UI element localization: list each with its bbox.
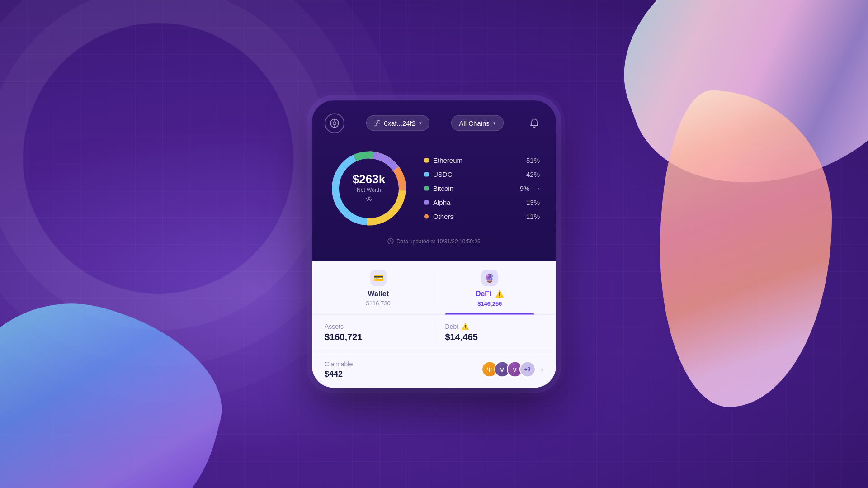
usdc-dot — [424, 172, 429, 176]
claimable-label: Claimable — [325, 360, 353, 367]
ethereum-dot — [424, 158, 429, 162]
wallet-tab-label: Wallet — [368, 289, 389, 298]
claimable-arrow-icon: › — [541, 365, 543, 374]
debt-label-row: Debt ⚠️ — [445, 323, 544, 330]
alpha-label: Alpha — [433, 199, 522, 206]
notifications-button[interactable] — [525, 114, 543, 132]
clock-icon — [387, 238, 394, 244]
tabs-bar: 💳 Wallet $116,730 🔮 DeFi ⚠️ $146,256 — [312, 261, 556, 314]
legend-item-bitcoin[interactable]: Bitcoin 9% › — [424, 181, 540, 195]
bitcoin-pct: 9% — [520, 185, 530, 192]
defi-tab-label: DeFi — [476, 290, 491, 298]
others-pct: 11% — [526, 213, 540, 220]
wallet-tab-value: $116,730 — [366, 299, 391, 306]
phone-header: 0xaf...24f2 ▾ All Chains ▾ — [312, 100, 556, 261]
assets-debt-row: Assets $160,721 Debt ⚠️ $14,465 — [312, 314, 556, 351]
phone-card: 💳 Wallet $116,730 🔮 DeFi ⚠️ $146,256 — [312, 261, 556, 388]
settings-icon — [330, 118, 340, 128]
others-dot — [424, 214, 429, 218]
donut-center: $263k Net Worth 👁 — [328, 147, 410, 229]
bitcoin-arrow-icon[interactable]: › — [538, 185, 540, 192]
top-bar: 0xaf...24f2 ▾ All Chains ▾ — [325, 113, 543, 133]
net-worth-amount: $263k — [353, 173, 385, 185]
debt-section: Debt ⚠️ $14,465 — [445, 323, 544, 342]
legend-item-usdc[interactable]: USDC 42% — [424, 167, 540, 181]
alpha-dot — [424, 200, 429, 204]
chains-chevron-icon: ▾ — [493, 120, 496, 126]
data-updated-text: Data updated at 10/31/22 10:59:26 — [396, 238, 481, 244]
defi-tab-icon: 🔮 — [485, 273, 495, 283]
legend-item-ethereum[interactable]: Ethereum 51% — [424, 153, 540, 167]
chains-button[interactable]: All Chains ▾ — [451, 115, 504, 131]
phone-wrapper: 0xaf...24f2 ▾ All Chains ▾ — [312, 100, 556, 388]
svg-point-1 — [333, 122, 336, 125]
others-label: Others — [433, 213, 522, 220]
link-icon — [374, 120, 380, 126]
donut-chart: $263k Net Worth 👁 — [328, 147, 410, 229]
chains-label: All Chains — [459, 119, 490, 127]
wallet-address-button[interactable]: 0xaf...24f2 ▾ — [366, 115, 429, 131]
wallet-address-text: 0xaf...24f2 — [384, 119, 415, 127]
claimable-value: $442 — [325, 369, 353, 379]
debt-alert-icon: ⚠️ — [461, 323, 469, 330]
ethereum-pct: 51% — [526, 156, 540, 164]
claimable-left: Claimable $442 — [325, 360, 353, 379]
wallet-chevron-icon: ▾ — [419, 120, 422, 126]
claimable-token-icons: Ψ V V +2 — [481, 361, 536, 378]
ethereum-label: Ethereum — [433, 156, 522, 164]
bg-arcs — [23, 23, 294, 294]
bitcoin-dot — [424, 186, 429, 190]
phone: 0xaf...24f2 ▾ All Chains ▾ — [312, 100, 556, 388]
legend-item-alpha[interactable]: Alpha 13% — [424, 195, 540, 209]
wallet-tab-icon-wrap: 💳 — [370, 270, 387, 286]
legend: Ethereum 51% USDC 42% Bitcoin 9% › — [424, 153, 540, 223]
bell-icon — [529, 118, 540, 128]
assets-section: Assets $160,721 — [325, 323, 423, 342]
defi-tab-icon-wrap: 🔮 — [481, 270, 498, 286]
defi-tab[interactable]: 🔮 DeFi ⚠️ $146,256 — [434, 261, 546, 314]
assets-debt-divider — [434, 322, 434, 342]
assets-value: $160,721 — [325, 332, 423, 342]
usdc-pct: 42% — [526, 171, 540, 178]
bitcoin-label: Bitcoin — [433, 185, 515, 192]
wallet-tab-icon: 💳 — [373, 273, 383, 283]
claimable-section[interactable]: Claimable $442 Ψ V V +2 › — [312, 351, 556, 388]
defi-tab-value: $146,256 — [477, 300, 502, 307]
eye-icon[interactable]: 👁 — [365, 195, 373, 204]
chart-section: $263k Net Worth 👁 Ethereum 51% USDC — [325, 147, 543, 229]
net-worth-label: Net Worth — [357, 186, 381, 193]
defi-alert-icon: ⚠️ — [495, 289, 504, 298]
data-updated: Data updated at 10/31/22 10:59:26 — [325, 238, 543, 244]
debt-label: Debt — [445, 323, 459, 330]
legend-item-others[interactable]: Others 11% — [424, 209, 540, 223]
alpha-pct: 13% — [526, 199, 540, 206]
debt-value: $14,465 — [445, 332, 544, 342]
more-tokens-badge: +2 — [519, 361, 536, 378]
wallet-tab[interactable]: 💳 Wallet $116,730 — [323, 261, 434, 314]
settings-button[interactable] — [325, 113, 344, 133]
blob-bottom-left — [0, 277, 241, 488]
assets-label: Assets — [325, 323, 423, 330]
usdc-label: USDC — [433, 171, 522, 178]
